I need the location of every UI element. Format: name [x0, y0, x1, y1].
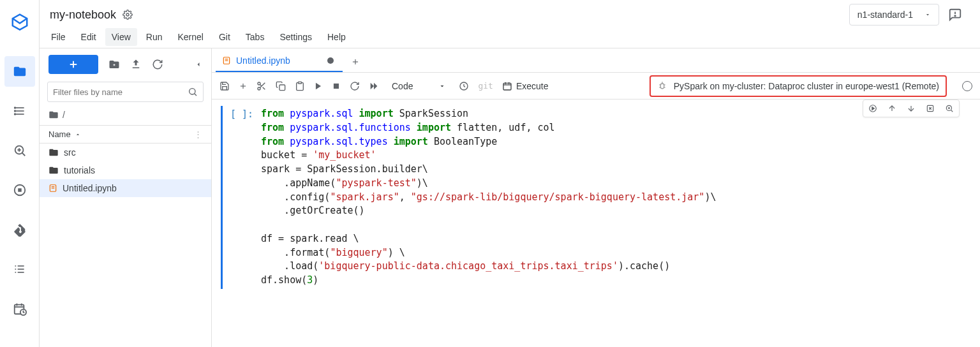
cut-icon[interactable] — [256, 81, 267, 91]
tab-label: Untitled.ipynb — [236, 55, 290, 66]
file-row[interactable]: Untitled.ipynb — [40, 179, 211, 197]
restart-icon[interactable] — [350, 81, 360, 91]
search-icon — [188, 87, 198, 97]
activity-running[interactable] — [4, 96, 35, 126]
calendar-icon — [502, 81, 512, 91]
move-down-icon[interactable] — [904, 101, 918, 115]
new-folder-icon[interactable] — [108, 59, 120, 70]
column-name[interactable]: Name — [48, 129, 71, 139]
refresh-icon[interactable] — [152, 59, 163, 70]
notebook-area: Untitled.ipynb — [212, 48, 980, 347]
code-cell[interactable]: [ ]: from pyspark.sql import SparkSessio… — [221, 106, 974, 289]
activity-schedule[interactable] — [4, 293, 35, 324]
svg-point-25 — [954, 15, 955, 16]
svg-marker-49 — [371, 82, 374, 89]
file-label: Untitled.ipynb — [63, 183, 117, 193]
svg-point-4 — [14, 110, 15, 112]
svg-rect-52 — [503, 83, 511, 90]
svg-point-5 — [14, 114, 15, 115]
folder-icon — [48, 165, 59, 175]
menu-kernel[interactable]: Kernel — [171, 28, 209, 46]
chevron-down-icon — [438, 82, 446, 90]
folder-row[interactable]: tutorials — [40, 161, 211, 179]
execute-button[interactable]: Execute — [502, 81, 549, 91]
menu-git[interactable]: Git — [212, 28, 237, 46]
delete-cell-icon[interactable] — [923, 101, 937, 115]
menu-tabs[interactable]: Tabs — [239, 28, 271, 46]
breadcrumb[interactable]: / — [40, 107, 211, 125]
activity-search[interactable] — [4, 135, 35, 166]
svg-point-28 — [189, 89, 195, 94]
svg-line-70 — [951, 110, 953, 112]
new-launcher-button[interactable] — [48, 55, 98, 74]
git-label[interactable]: git — [478, 81, 493, 91]
machine-type-label: n1-standard-1 — [858, 10, 913, 20]
kernel-label: PySpark on my-cluster: Dataproc cluster … — [674, 81, 939, 91]
clock-icon[interactable] — [459, 81, 469, 91]
tab-untitled[interactable]: Untitled.ipynb — [216, 50, 343, 72]
svg-line-29 — [195, 94, 197, 96]
notebook-toolbar: Code git Execute PySpark on my-cluster: … — [212, 73, 980, 100]
collapse-icon[interactable] — [195, 61, 202, 68]
svg-marker-63 — [872, 107, 875, 110]
svg-rect-56 — [660, 84, 664, 89]
folder-row[interactable]: src — [40, 144, 211, 161]
insert-cell-icon[interactable] — [239, 82, 248, 91]
menu-help[interactable]: Help — [321, 28, 352, 46]
filter-input-container[interactable] — [47, 82, 204, 102]
stop-icon[interactable] — [332, 82, 341, 91]
svg-marker-50 — [374, 82, 377, 89]
copy-icon[interactable] — [276, 81, 286, 91]
run-cell-icon[interactable] — [866, 101, 880, 115]
activity-terminal[interactable] — [4, 175, 35, 205]
run-all-icon[interactable] — [369, 81, 379, 91]
notebook-icon — [222, 56, 231, 65]
menu-view[interactable]: View — [105, 28, 137, 46]
svg-rect-45 — [279, 85, 285, 91]
file-browser: / Name ⋮ srctutorialsUntitled.ipynb — [40, 48, 212, 347]
upload-icon[interactable] — [130, 59, 142, 70]
kernel-status-icon[interactable] — [962, 81, 972, 91]
code-content[interactable]: from pyspark.sql import SparkSession fro… — [261, 107, 716, 288]
move-up-icon[interactable] — [885, 101, 899, 115]
menubar: FileEditViewRunKernelGitTabsSettingsHelp — [40, 26, 980, 48]
svg-point-3 — [14, 107, 15, 108]
filter-input[interactable] — [53, 87, 184, 97]
menu-file[interactable]: File — [45, 28, 72, 46]
menu-settings[interactable]: Settings — [273, 28, 318, 46]
svg-rect-46 — [298, 82, 301, 84]
save-icon[interactable] — [219, 81, 230, 91]
header: my-notebook n1-standard-1 — [40, 0, 980, 26]
unsaved-indicator — [327, 57, 334, 64]
column-divider: ⋮ — [194, 129, 202, 139]
svg-point-23 — [126, 13, 129, 16]
notebook-icon — [48, 184, 57, 193]
cell-prompt: [ ]: — [223, 107, 261, 288]
menu-edit[interactable]: Edit — [75, 28, 103, 46]
cell-type-select[interactable]: Code — [388, 78, 450, 94]
svg-rect-11 — [18, 188, 22, 192]
notebook-title[interactable]: my-notebook — [50, 8, 116, 22]
settings-icon[interactable] — [122, 10, 133, 20]
run-icon[interactable] — [314, 82, 323, 91]
feedback-icon[interactable] — [948, 8, 962, 22]
svg-rect-35 — [225, 60, 228, 61]
activity-git[interactable] — [4, 214, 35, 245]
paste-icon[interactable] — [295, 81, 305, 91]
svg-rect-34 — [225, 59, 228, 59]
kernel-selector[interactable]: PySpark on my-cluster: Dataproc cluster … — [650, 75, 947, 97]
folder-icon — [48, 110, 59, 120]
folder-icon — [48, 147, 59, 158]
activity-toc[interactable] — [4, 254, 35, 284]
chevron-down-icon — [924, 11, 931, 18]
svg-line-43 — [263, 87, 265, 89]
sort-asc-icon — [75, 131, 81, 138]
machine-type-select[interactable]: n1-standard-1 — [849, 4, 939, 26]
svg-line-7 — [22, 153, 25, 156]
activity-files[interactable] — [4, 56, 35, 87]
add-tab-button[interactable] — [348, 54, 363, 70]
cell-action-bar — [863, 100, 960, 117]
menu-run[interactable]: Run — [140, 28, 169, 46]
svg-point-40 — [258, 82, 260, 85]
expand-icon[interactable] — [942, 101, 956, 115]
